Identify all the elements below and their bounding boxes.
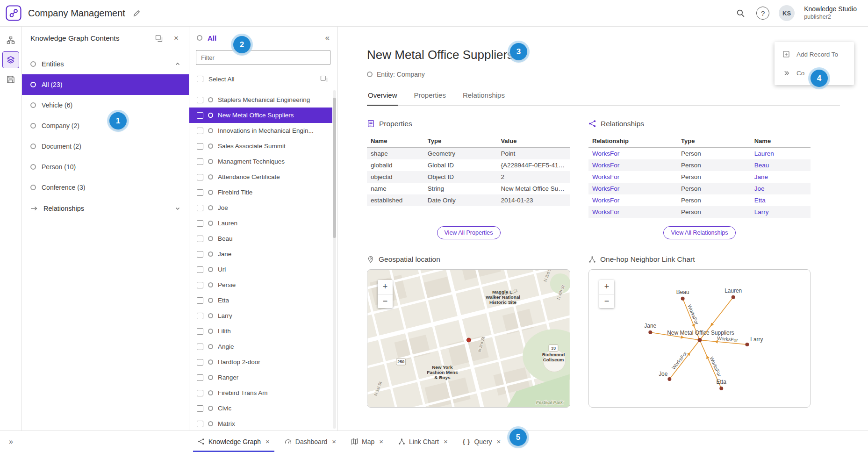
- record-list-item[interactable]: Etta: [189, 293, 332, 308]
- checkbox[interactable]: [197, 112, 203, 119]
- checkbox[interactable]: [197, 205, 203, 211]
- scrollbar[interactable]: [333, 90, 336, 429]
- record-list-item[interactable]: Uri: [189, 262, 332, 277]
- view-tab-dashboard[interactable]: Dashboard×: [277, 431, 344, 452]
- edit-title-button[interactable]: [131, 7, 143, 19]
- scrollbar-thumb[interactable]: [333, 98, 336, 238]
- record-list-item[interactable]: Beau: [189, 231, 332, 246]
- checkbox[interactable]: [197, 174, 203, 180]
- checkbox[interactable]: [197, 297, 203, 304]
- record-link[interactable]: WorksFor: [592, 150, 619, 157]
- contents-tool-button[interactable]: [3, 52, 19, 68]
- checkbox[interactable]: [197, 266, 203, 273]
- record-list-item[interactable]: Matrix: [189, 416, 332, 430]
- close-icon[interactable]: ×: [444, 438, 448, 445]
- checkbox[interactable]: [197, 143, 203, 150]
- entity-type-item[interactable]: Vehicle (6): [22, 95, 189, 115]
- record-list-item[interactable]: Sales Associate Summit: [189, 138, 332, 154]
- view-all-properties-button[interactable]: View All Properties: [437, 226, 501, 239]
- link-chart-canvas[interactable]: WorksForBeauLaurenJaneWorksForLarryWorks…: [589, 270, 810, 407]
- close-panel-button[interactable]: ×: [172, 32, 180, 45]
- record-list-item[interactable]: Firebird Title: [189, 185, 332, 200]
- record-link[interactable]: Beau: [754, 162, 769, 169]
- close-icon[interactable]: ×: [265, 438, 270, 445]
- zoom-in-button[interactable]: +: [599, 280, 614, 294]
- record-link[interactable]: WorksFor: [592, 208, 619, 215]
- record-list-item[interactable]: Hardtop 2-door: [189, 354, 332, 370]
- checkbox[interactable]: [197, 251, 203, 258]
- record-list-item[interactable]: Angie: [189, 339, 332, 354]
- view-tab-query[interactable]: { }Query×: [455, 431, 509, 452]
- entity-type-item[interactable]: Person (10): [22, 157, 189, 177]
- record-list-item[interactable]: Lilith: [189, 323, 332, 339]
- record-list-item[interactable]: Civic: [189, 401, 332, 416]
- relationships-section-header[interactable]: Relationships: [22, 198, 189, 218]
- avatar[interactable]: KS: [779, 5, 795, 21]
- checkbox[interactable]: [197, 421, 203, 427]
- checkbox[interactable]: [197, 359, 203, 366]
- record-list-item[interactable]: Innovations in Mechanical Engin...: [189, 123, 332, 138]
- record-link[interactable]: Jane: [754, 173, 768, 180]
- collapse-panel-icon[interactable]: «: [325, 33, 330, 43]
- checkbox[interactable]: [197, 328, 203, 335]
- entity-type-item[interactable]: All (23): [22, 74, 189, 95]
- search-button[interactable]: [734, 7, 747, 20]
- checkbox[interactable]: [197, 189, 203, 196]
- close-icon[interactable]: ×: [379, 438, 383, 445]
- menu-item[interactable]: Add Record To: [775, 45, 854, 64]
- record-link[interactable]: Joe: [754, 185, 765, 192]
- close-icon[interactable]: ×: [332, 438, 336, 445]
- help-button[interactable]: ?: [756, 7, 769, 20]
- record-tab[interactable]: Properties: [413, 91, 447, 105]
- checkbox[interactable]: [197, 374, 203, 381]
- record-list-item[interactable]: Firebird Trans Am: [189, 385, 332, 401]
- record-link[interactable]: WorksFor: [592, 197, 619, 204]
- checkbox[interactable]: [197, 128, 203, 134]
- record-list-item[interactable]: Jane: [189, 246, 332, 262]
- zoom-out-button[interactable]: −: [599, 294, 614, 308]
- checkbox[interactable]: [197, 405, 203, 412]
- checkbox[interactable]: [197, 220, 203, 227]
- filter-input[interactable]: [196, 50, 330, 65]
- record-list-item[interactable]: New Metal Office Suppliers: [189, 108, 332, 123]
- entity-type-item[interactable]: Company (2): [22, 115, 189, 136]
- add-selection-to-new-icon[interactable]: [318, 73, 330, 85]
- close-icon[interactable]: ×: [497, 438, 501, 445]
- view-tab-map[interactable]: Map×: [344, 431, 391, 452]
- entity-type-item[interactable]: Document (2): [22, 136, 189, 157]
- hierarchy-tool-button[interactable]: [3, 32, 19, 48]
- checkbox[interactable]: [197, 236, 203, 242]
- checkbox[interactable]: [197, 282, 203, 288]
- map-canvas[interactable]: N 3rd StN 4th StE Clay StMarshall StN 3r…: [367, 270, 570, 407]
- checkbox[interactable]: [197, 390, 203, 396]
- entity-type-item[interactable]: Conference (3): [22, 177, 189, 198]
- record-link[interactable]: WorksFor: [592, 173, 619, 180]
- record-list-item[interactable]: Joe: [189, 200, 332, 215]
- view-tab-knowledge-graph[interactable]: Knowledge Graph×: [190, 431, 277, 452]
- record-tab[interactable]: Relationships: [462, 91, 506, 105]
- select-all-checkbox[interactable]: [197, 76, 203, 82]
- record-list-item[interactable]: Staplers Mechanical Engineering: [189, 92, 332, 108]
- checkbox[interactable]: [197, 344, 203, 350]
- record-link[interactable]: WorksFor: [592, 162, 619, 169]
- record-list-item[interactable]: Attendance Certificate: [189, 169, 332, 185]
- view-all-relationships-button[interactable]: View All Relationships: [663, 226, 735, 239]
- record-list-item[interactable]: Persie: [189, 277, 332, 293]
- record-link[interactable]: Etta: [754, 197, 766, 204]
- add-to-new-icon[interactable]: [153, 33, 165, 44]
- record-list-item[interactable]: Ranger: [189, 370, 332, 385]
- save-button[interactable]: [3, 72, 19, 87]
- record-list-item[interactable]: Larry: [189, 308, 332, 323]
- view-tab-link-chart[interactable]: Link Chart×: [391, 431, 455, 452]
- zoom-out-button[interactable]: −: [378, 294, 393, 308]
- app-logo-icon[interactable]: [6, 5, 22, 21]
- record-link[interactable]: WorksFor: [592, 185, 619, 192]
- record-list-item[interactable]: Managment Techniques: [189, 154, 332, 169]
- record-link[interactable]: Lauren: [754, 150, 774, 157]
- checkbox[interactable]: [197, 97, 203, 103]
- checkbox[interactable]: [197, 158, 203, 165]
- checkbox[interactable]: [197, 313, 203, 319]
- record-list-item[interactable]: Lauren: [189, 215, 332, 231]
- expand-panel-icon[interactable]: »: [0, 431, 22, 452]
- record-link[interactable]: Larry: [754, 208, 769, 215]
